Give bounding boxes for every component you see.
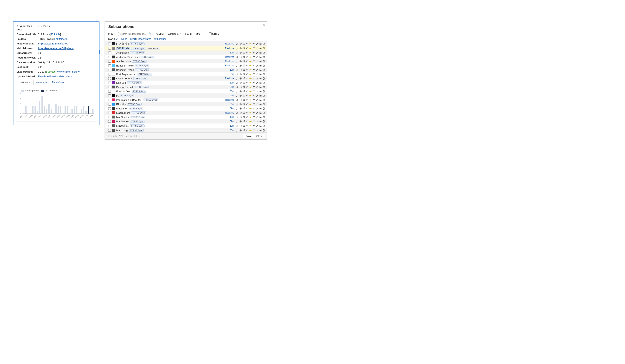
filter-icon[interactable] — [252, 64, 255, 67]
feed-name[interactable]: MacStories — [116, 120, 129, 123]
boost-link[interactable]: Boost update interval — [49, 75, 73, 78]
folder-tag[interactable]: TTRSS Sync — [129, 107, 144, 110]
trash-icon[interactable] — [262, 51, 265, 54]
feed-name[interactable]: MacSparky — [116, 116, 129, 119]
urls-toggle[interactable]: URLs — [209, 32, 219, 35]
filter-icon[interactable] — [252, 73, 255, 75]
rocket-icon[interactable] — [236, 116, 239, 119]
row-checkbox[interactable] — [108, 99, 111, 101]
filter-icon[interactable] — [252, 56, 255, 58]
edit-icon[interactable] — [256, 116, 258, 119]
folder-icon[interactable] — [259, 129, 262, 132]
filter-icon[interactable] — [252, 86, 255, 88]
folder-tag[interactable]: TTRSS Sync — [143, 98, 158, 101]
row-checkbox[interactable] — [108, 90, 111, 93]
code-icon[interactable] — [246, 68, 249, 71]
open-icon[interactable] — [243, 42, 245, 45]
folder-icon[interactable] — [259, 124, 262, 127]
urls-checkbox[interactable] — [209, 32, 212, 35]
folder-tag[interactable]: TTRSS Sync — [130, 116, 145, 119]
filter-icon[interactable] — [252, 116, 255, 119]
code-icon[interactable] — [246, 129, 249, 132]
feed-name[interactable]: iA — [116, 94, 119, 97]
edit-icon[interactable] — [256, 124, 258, 127]
folder-icon[interactable] — [259, 42, 262, 45]
target-icon[interactable] — [239, 98, 242, 101]
mark-none[interactable]: None — [121, 37, 127, 40]
target-icon[interactable] — [239, 111, 242, 114]
open-icon[interactable] — [243, 68, 245, 71]
trash-icon[interactable] — [262, 124, 265, 127]
row-checkbox[interactable] — [108, 129, 111, 132]
rocket-icon[interactable] — [236, 86, 239, 88]
code-icon[interactable] — [246, 98, 249, 101]
row-checkbox[interactable] — [108, 103, 111, 106]
crawler-history-link[interactable]: View crawler history — [57, 70, 80, 73]
folder-icon[interactable] — [259, 56, 262, 58]
feed-name[interactable]: Mac玩儿法 — [116, 124, 129, 128]
filter-icon[interactable] — [252, 51, 255, 54]
folder-icon[interactable] — [259, 68, 262, 71]
feed-name[interactable]: Marco.org — [116, 129, 128, 132]
open-icon[interactable] — [243, 73, 245, 75]
trash-icon[interactable] — [262, 73, 265, 75]
folder-select[interactable]: All folders — [167, 32, 182, 36]
folder-tag[interactable]: TTRSS Sync — [137, 73, 152, 75]
filter-icon[interactable] — [252, 94, 255, 97]
rocket-icon[interactable] — [236, 129, 239, 132]
key-icon[interactable] — [249, 90, 252, 93]
rocket-icon[interactable] — [236, 81, 239, 84]
folder-icon[interactable] — [259, 111, 262, 114]
feed-name[interactable]: Beautiful Pixels — [116, 64, 134, 67]
target-icon[interactable] — [239, 90, 242, 93]
code-icon[interactable] — [246, 47, 249, 50]
key-icon[interactable] — [249, 124, 252, 127]
folder-icon[interactable] — [259, 90, 262, 93]
rocket-icon[interactable] — [236, 73, 239, 75]
trash-icon[interactable] — [262, 103, 265, 106]
edit-icon[interactable] — [256, 73, 258, 75]
open-icon[interactable] — [243, 51, 245, 54]
row-checkbox[interactable] — [108, 52, 111, 54]
close-button[interactable]: Close — [254, 134, 265, 138]
trash-icon[interactable] — [262, 77, 265, 80]
row-checkbox[interactable] — [108, 120, 111, 123]
folder-tag[interactable]: TTRSS Sync — [135, 64, 150, 67]
folder-icon[interactable] — [259, 116, 262, 119]
mark-all[interactable]: All — [116, 37, 119, 40]
target-icon[interactable] — [239, 56, 242, 58]
filter-icon[interactable] — [252, 90, 255, 93]
tab-last-month[interactable]: Last month — [17, 80, 33, 85]
feed-name[interactable]: Daring Fireball — [116, 86, 133, 89]
target-icon[interactable] — [239, 116, 242, 119]
row-checkbox[interactable] — [108, 73, 111, 75]
key-icon[interactable] — [249, 120, 252, 123]
folder-icon[interactable] — [259, 98, 262, 101]
folder-tag[interactable]: New Folder — [147, 47, 160, 50]
open-icon[interactable] — [243, 56, 245, 58]
target-icon[interactable] — [239, 47, 242, 50]
target-icon[interactable] — [239, 42, 242, 45]
row-checkbox[interactable] — [108, 86, 111, 88]
folder-tag[interactable]: TTRSS Sync — [133, 77, 148, 80]
folder-icon[interactable] — [259, 64, 262, 67]
website-link[interactable]: http://www.512pixels.net/ — [38, 42, 68, 45]
row-checkbox[interactable] — [108, 47, 111, 50]
limit-select[interactable]: 500 — [195, 32, 206, 36]
key-icon[interactable] — [249, 98, 252, 101]
trash-icon[interactable] — [262, 98, 265, 101]
filter-icon[interactable] — [252, 103, 255, 106]
key-icon[interactable] — [249, 47, 252, 50]
open-icon[interactable] — [243, 77, 245, 80]
target-icon[interactable] — [239, 77, 242, 80]
edit-icon[interactable] — [256, 47, 258, 50]
search-input[interactable] — [118, 31, 153, 36]
close-icon[interactable]: × — [263, 23, 265, 27]
folder-tag[interactable]: TTRSS Sync — [127, 103, 142, 106]
folder-tag[interactable]: TTRSS Sync — [127, 81, 142, 84]
folder-tag[interactable]: TTRSS Sync — [130, 124, 145, 127]
rocket-icon[interactable] — [236, 47, 239, 50]
row-checkbox[interactable] — [108, 56, 111, 58]
filter-icon[interactable] — [252, 124, 255, 127]
folder-tag[interactable]: TTRSS Sync — [120, 94, 135, 97]
